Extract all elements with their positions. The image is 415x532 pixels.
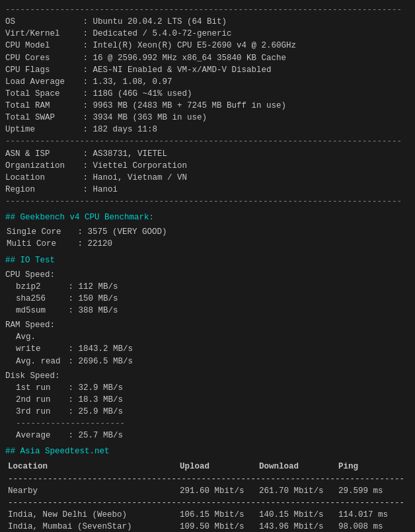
- speedtest-ping: 114.017 ms: [336, 509, 410, 521]
- asn-row: ASN & ISP : AS38731, VIETEL: [5, 148, 410, 160]
- run3-colon: :: [69, 407, 79, 416]
- run2-colon: :: [69, 395, 79, 404]
- virt-value: Dedicated / 5.4.0-72-generic: [93, 29, 232, 38]
- org-row: Organization : Viettel Corporation: [5, 160, 410, 172]
- asn-colon: :: [83, 149, 93, 159]
- org-value: Viettel Corporation: [93, 161, 188, 171]
- total-space-row: Total Space : 118G (46G ~41% used): [5, 88, 410, 100]
- cpu-cores-label: CPU Cores: [5, 52, 78, 64]
- run1-label: 1st run: [16, 382, 63, 394]
- speedtest-ping: 98.008 ms: [336, 521, 410, 532]
- cpu-flags-label: CPU Flags: [5, 64, 78, 76]
- location-value: Hanoi, Vietnam / VN: [93, 173, 188, 182]
- cpu-speed-header: CPU Speed:: [5, 269, 410, 281]
- location-label: Location: [5, 172, 78, 184]
- load-avg-row: Load Average : 1.33, 1.08, 0.97: [5, 76, 410, 88]
- os-row: OS : Ubuntu 20.04.2 LTS (64 Bit): [5, 16, 410, 28]
- avg-read-label: Avg. read: [16, 356, 63, 367]
- col-location-header: Location: [5, 461, 177, 473]
- asn-value: AS38731, VIETEL: [93, 149, 168, 159]
- speedtest-row: Nearby291.60 Mbit/s261.70 Mbit/s29.599 m…: [5, 485, 410, 497]
- system-info: ----------------------------------------…: [5, 4, 410, 208]
- col-upload-header: Upload: [177, 461, 256, 473]
- uptime-label: Uptime: [5, 124, 78, 135]
- region-label: Region: [5, 184, 78, 196]
- sha256-colon: :: [69, 294, 79, 303]
- os-label: OS: [5, 16, 78, 28]
- cpu-model-value: Intel(R) Xeon(R) CPU E5-2690 v4 @ 2.60GH…: [93, 41, 297, 50]
- speedtest-row: India, New Delhi (Weebo)106.15 Mbit/s140…: [5, 509, 410, 521]
- speedtest-download: 261.70 Mbit/s: [256, 485, 336, 497]
- virt-colon: :: [83, 29, 93, 38]
- speedtest-download: 143.96 Mbit/s: [256, 521, 336, 532]
- total-space-label: Total Space: [5, 88, 78, 100]
- bzip2-value: 112 MB/s: [79, 282, 118, 291]
- main-container: ----------------------------------------…: [5, 4, 410, 532]
- speedtest-table-divider-row: ----------------------------------------…: [5, 473, 410, 485]
- cpu-flags-row: CPU Flags : AES-NI Enabled & VM-x/AMD-V …: [5, 64, 410, 76]
- os-colon: :: [83, 17, 93, 26]
- md5sum-row: md5sum : 388 MB/s: [5, 305, 410, 317]
- md5sum-label: md5sum: [16, 305, 63, 317]
- single-core-rating-text: (VERY GOOD): [112, 227, 167, 237]
- geekbench-multi-row: Multi Core : 22120: [5, 238, 410, 250]
- run1-colon: :: [69, 383, 79, 393]
- multi-core-value: 22120: [88, 239, 113, 248]
- run3-row: 3rd run : 25.9 MB/s: [5, 406, 410, 418]
- cpu-flags-value: AES-NI Enabled & VM-x/AMD-V Disabled: [93, 65, 272, 75]
- single-core-label: Single Core: [7, 226, 73, 238]
- cpu-cores-row: CPU Cores : 16 @ 2596.992 MHz x86_64 358…: [5, 52, 410, 64]
- md5sum-value: 388 MB/s: [79, 306, 118, 315]
- cpu-model-label: CPU Model: [5, 40, 78, 52]
- speedtest-header: ## Asia Speedtest.net: [5, 445, 410, 457]
- md5sum-colon: :: [69, 306, 79, 315]
- avg-write-label: Avg. write: [16, 331, 63, 355]
- ram-speed-header: RAM Speed:: [5, 319, 410, 331]
- avg-read-colon: :: [69, 357, 79, 366]
- io-test-section: ## IO Test CPU Speed: bzip2 : 112 MB/s s…: [5, 254, 410, 442]
- speedtest-download: 140.15 Mbit/s: [256, 509, 336, 521]
- total-ram-colon: :: [83, 101, 93, 110]
- speedtest-location: Nearby: [5, 485, 177, 497]
- disk-speed-header: Disk Speed:: [5, 370, 410, 382]
- bzip2-label: bzip2: [16, 281, 63, 293]
- total-swap-row: Total SWAP : 3934 MB (363 MB in use): [5, 112, 410, 124]
- geekbench-header: ## Geekbench v4 CPU Benchmark:: [5, 211, 410, 223]
- speedtest-row: India, Mumbai (SevenStar)109.50 Mbit/s14…: [5, 521, 410, 532]
- speedtest-table-divider: ----------------------------------------…: [5, 473, 410, 485]
- col-ping-header: Ping: [336, 461, 410, 473]
- col-download-header: Download: [256, 461, 336, 473]
- region-colon: :: [83, 185, 93, 194]
- sha256-label: sha256: [16, 293, 63, 305]
- virt-label: Virt/Kernel: [5, 28, 78, 40]
- uptime-colon: :: [83, 125, 93, 134]
- total-space-colon: :: [83, 89, 93, 98]
- org-colon: :: [83, 161, 93, 171]
- total-swap-colon: :: [83, 113, 93, 122]
- cpu-model-row: CPU Model : Intel(R) Xeon(R) CPU E5-2690…: [5, 40, 410, 52]
- divider-top: ----------------------------------------…: [5, 4, 410, 16]
- run1-row: 1st run : 32.9 MB/s: [5, 382, 410, 394]
- avg-write-row: Avg. write : 1843.2 MB/s: [5, 331, 410, 355]
- single-core-colon: :: [78, 227, 88, 237]
- speedtest-inner-divider: ----------------------------------------…: [5, 497, 410, 509]
- avg-disk-value: 25.7 MB/s: [79, 431, 124, 440]
- cpu-cores-value: 16 @ 2596.992 MHz x86_64 35840 KB Cache: [93, 54, 287, 63]
- load-avg-colon: :: [83, 77, 93, 87]
- uptime-row: Uptime : 182 days 11:8: [5, 124, 410, 135]
- avg-disk-colon: :: [69, 431, 79, 440]
- total-ram-row: Total RAM : 9963 MB (2483 MB + 7245 MB B…: [5, 100, 410, 112]
- total-space-value: 118G (46G ~41% used): [93, 89, 192, 98]
- region-row: Region : Hanoi: [5, 184, 410, 196]
- speedtest-location: India, New Delhi (Weebo): [5, 509, 177, 521]
- avg-write-colon: :: [69, 344, 79, 354]
- load-avg-label: Load Average: [5, 76, 78, 88]
- speedtest-upload: 106.15 Mbit/s: [177, 509, 256, 521]
- load-avg-value: 1.33, 1.08, 0.97: [93, 77, 172, 87]
- avg-read-value: 2696.5 MB/s: [79, 357, 133, 366]
- location-colon: :: [83, 173, 93, 182]
- avg-read-row: Avg. read : 2696.5 MB/s: [5, 356, 410, 367]
- speedtest-section: ## Asia Speedtest.net Location Upload Do…: [5, 445, 410, 532]
- bzip2-row: bzip2 : 112 MB/s: [5, 281, 410, 293]
- run3-value: 25.9 MB/s: [79, 407, 124, 416]
